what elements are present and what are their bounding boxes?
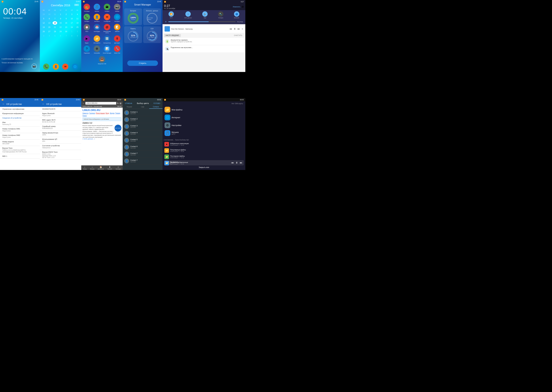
cal-day-30[interactable]: 30 (64, 30, 69, 33)
cal-day-18[interactable]: 18 (75, 21, 80, 25)
recent-settings[interactable]: ⚙ Настройки (163, 122, 245, 129)
cal-day-12[interactable]: 12 (41, 21, 46, 25)
play-pause-button[interactable]: ⏸ (233, 28, 236, 30)
done-button[interactable]: ГОТОВО (153, 102, 160, 104)
browser-back-icon[interactable]: ← (82, 102, 85, 105)
app-clock[interactable]: ⏰ Часы (82, 23, 92, 34)
device-item-name[interactable]: Имя Samsung Z3 (0, 120, 40, 127)
cal-day-26[interactable]: 26 (41, 30, 46, 33)
erase-button[interactable]: Стереть (127, 61, 158, 66)
tab-contacts[interactable]: Contacts (149, 105, 163, 109)
cal-day-11[interactable]: 11 (75, 17, 80, 20)
tab-keypad[interactable]: Keypad (123, 105, 136, 109)
nav-news[interactable]: Новости (82, 112, 88, 114)
cal-day-27[interactable]: 27 (47, 30, 52, 33)
recent-myfiles[interactable]: 📁 Мои файлы (163, 106, 245, 113)
cal-day-6[interactable]: 6 (47, 17, 52, 20)
configure-notifications-button[interactable]: НАСТР. УВЕДОМЛ. (164, 34, 181, 37)
clear-notifications-button[interactable]: ОЧИСТИТЬ (232, 34, 244, 37)
cal-day-17[interactable]: 17 (69, 21, 74, 25)
device-item-tizen[interactable]: Версия Tizen TIZEN 2.4.0.3 (Z300FXXU1BPF… (0, 146, 40, 154)
contact-3[interactable]: 👤 Contact 3 Sub Item (123, 123, 163, 130)
cal-day-13[interactable]: 13 (47, 21, 52, 25)
app-video[interactable]: ▶ Видео (82, 35, 92, 44)
device-item-info[interactable]: Сведения об устройстве (0, 116, 40, 120)
nav-forum[interactable]: Форум (110, 112, 114, 114)
camera-icon[interactable]: 📷 (31, 63, 37, 69)
cal-day-7[interactable]: 7 (53, 17, 57, 20)
settings-icon[interactable]: ⚙ (242, 5, 244, 8)
app-admintool[interactable]: 🔧 Admin Tool (112, 45, 122, 54)
playlist-popular[interactable]: 📁 Популярные файлы Композиции: 0 · 00:00 (164, 148, 244, 154)
browser-url-bar[interactable]: LINUX.ORG.RU (85, 102, 116, 105)
recent-internet[interactable]: 🌐 Интернет (163, 114, 245, 121)
contact-7[interactable]: 👤 Contact 7 Sub Item (123, 151, 163, 158)
cal-day-9-oct[interactable]: 9 (75, 34, 80, 37)
memory-card[interactable]: Память 31% 2,5Гб/8Гб (124, 26, 142, 43)
forward-nav[interactable]: → Вперед (90, 166, 94, 170)
cal-day-8[interactable]: 8 (58, 17, 63, 20)
cal-day-20[interactable]: 20 (47, 26, 52, 29)
mini-play-pause[interactable]: ⏸ (236, 161, 238, 164)
cal-day-28[interactable]: 28 (53, 30, 57, 33)
next-button[interactable]: ⏭ (238, 28, 240, 30)
cal-day-2-oct[interactable]: 2 (75, 30, 80, 33)
read-more-link[interactable]: ( читать дальше... ) (82, 138, 121, 140)
cal-day-5[interactable]: 5 (41, 17, 46, 20)
phone-icon[interactable]: 📞 (43, 63, 49, 70)
close-all-button[interactable]: Закрыть все (163, 166, 245, 169)
app-fm-radio[interactable]: 📻 FM-радио (82, 3, 92, 13)
device-item-wifi-mac[interactable]: MAC-адрес Wi-Fi 80:4E:81:24:FE:2B (40, 118, 81, 124)
contact-8[interactable]: 👤 Contact 7 Sub Item (123, 158, 163, 164)
contact-1[interactable]: 👤 Contact 1 Sub Item (123, 109, 163, 116)
cal-day-5-oct[interactable]: 5 (53, 34, 57, 37)
app-myfiles[interactable]: 📁 Мои файлы (92, 35, 102, 44)
app-recorder[interactable]: 🎙 Диктофон (112, 35, 122, 44)
app-calculator[interactable]: 🔢 Калькулятор (102, 35, 112, 44)
mini-prev[interactable]: ⏮ (231, 161, 234, 164)
ram-card[interactable]: ОЗУ 62% 637,6МБ/1ГБ (143, 26, 161, 43)
cal-day-22[interactable]: 22 (58, 26, 63, 29)
app-music[interactable]: 🎵 Музыка (92, 3, 102, 13)
nav-tracker[interactable]: Трекер (115, 112, 120, 114)
cal-day-2[interactable]: 2 (64, 13, 69, 16)
cal-day-4[interactable]: 4 (75, 13, 80, 16)
device-item-knox[interactable]: Версия KNOX Tizen KNOX 1.0.0Standard SDK… (40, 150, 81, 160)
cal-day-21[interactable]: 21 (53, 26, 57, 29)
device-item-model[interactable]: Номер модели SM-Z300F (0, 140, 40, 146)
cal-day-23[interactable]: 23 (64, 26, 69, 29)
device-item-phone1[interactable]: Номер телефона SIM1 Недоступно (0, 127, 40, 133)
cal-day-8-oct[interactable]: 8 (69, 34, 74, 37)
flashlight-tile[interactable]: 🔦 Фонарик (218, 11, 223, 19)
tab-logs[interactable]: Logs (136, 105, 149, 109)
nav-register[interactable]: Регистрация (96, 112, 105, 114)
mobile-data-tile[interactable]: ↕ Моб. данные (184, 11, 192, 19)
contact-5[interactable]: 👤 Contact 5 Sub Item (123, 137, 163, 144)
cal-day-9[interactable]: 9 (64, 17, 69, 20)
app-internet[interactable]: 🌐 Интернет (112, 13, 122, 23)
close-music-button[interactable]: ✕ (241, 28, 243, 30)
back-arrow[interactable]: ← (2, 103, 5, 105)
internet-icon[interactable]: 🌐 (72, 63, 78, 70)
cal-day-3[interactable]: 3 (69, 13, 74, 16)
cal-day-10[interactable]: 10 (69, 17, 74, 20)
contact-4[interactable]: 👤 Contact 4 Sub Item (123, 130, 163, 137)
nav-gallery[interactable]: Галерея (89, 112, 95, 114)
app-gallery[interactable]: 🏔 Галерея (102, 3, 112, 13)
back-arrow[interactable]: ← (42, 103, 45, 105)
browser-tabs-icon[interactable]: ⊞ (120, 102, 121, 105)
app-calendar[interactable]: 📅 Календарь (92, 23, 102, 34)
cal-day-1-oct[interactable]: 1 (69, 30, 74, 33)
browser-refresh-icon[interactable]: ↻ (117, 102, 119, 105)
prev-button[interactable]: ⏮ (230, 28, 232, 30)
app-messages[interactable]: ✉ Сообщения (102, 13, 112, 23)
contacts-icon[interactable]: 👤 (53, 63, 59, 70)
cal-day-4-oct[interactable]: 4 (47, 34, 52, 37)
device-item-imei[interactable]: IMEI 1 (0, 154, 40, 159)
app-camera[interactable]: 📷 Камера (112, 3, 122, 13)
cal-day-7-oct[interactable]: 7 (64, 34, 69, 37)
back-nav[interactable]: ← Назад (83, 166, 87, 170)
bookmarks-nav[interactable]: ☆ Закладки (116, 166, 121, 170)
cancel-button[interactable]: ОТМЕНА (125, 102, 132, 104)
contact-6[interactable]: 👤 Contact 6 Sub Item (123, 144, 163, 151)
